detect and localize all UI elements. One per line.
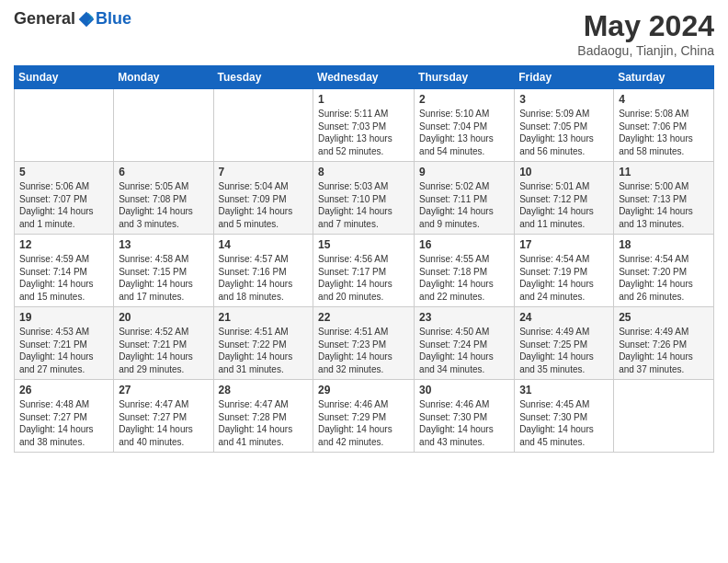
calendar-cell xyxy=(213,89,313,162)
day-number: 21 xyxy=(219,311,309,324)
day-info: Sunrise: 5:05 AM Sunset: 7:08 PM Dayligh… xyxy=(119,180,208,230)
day-info: Sunrise: 4:57 AM Sunset: 7:16 PM Dayligh… xyxy=(219,253,309,303)
calendar-cell xyxy=(15,89,114,162)
calendar-cell: 20Sunrise: 4:52 AM Sunset: 7:21 PM Dayli… xyxy=(114,307,213,380)
day-info: Sunrise: 5:00 AM Sunset: 7:13 PM Dayligh… xyxy=(619,180,709,230)
day-number: 23 xyxy=(419,311,509,324)
calendar-header-wednesday: Wednesday xyxy=(313,66,415,89)
calendar-cell: 4Sunrise: 5:08 AM Sunset: 7:06 PM Daylig… xyxy=(614,89,714,162)
day-info: Sunrise: 5:09 AM Sunset: 7:05 PM Dayligh… xyxy=(519,108,609,157)
day-info: Sunrise: 4:51 AM Sunset: 7:22 PM Dayligh… xyxy=(219,326,309,375)
title-section: May 2024 Badaogu, Tianjin, China xyxy=(577,9,714,58)
calendar-week-1: 1Sunrise: 5:11 AM Sunset: 7:03 PM Daylig… xyxy=(15,89,714,162)
day-info: Sunrise: 4:54 AM Sunset: 7:19 PM Dayligh… xyxy=(519,253,609,303)
page: General Blue May 2024 Badaogu, Tianjin, … xyxy=(0,0,728,563)
calendar-cell: 1Sunrise: 5:11 AM Sunset: 7:03 PM Daylig… xyxy=(313,89,415,162)
day-info: Sunrise: 4:56 AM Sunset: 7:17 PM Dayligh… xyxy=(318,253,409,303)
calendar-cell: 28Sunrise: 4:47 AM Sunset: 7:28 PM Dayli… xyxy=(213,380,313,453)
day-info: Sunrise: 4:48 AM Sunset: 7:27 PM Dayligh… xyxy=(19,398,108,448)
calendar-cell: 24Sunrise: 4:49 AM Sunset: 7:25 PM Dayli… xyxy=(515,307,614,380)
day-info: Sunrise: 5:08 AM Sunset: 7:06 PM Dayligh… xyxy=(619,108,709,157)
calendar: SundayMondayTuesdayWednesdayThursdayFrid… xyxy=(14,65,714,453)
calendar-cell: 3Sunrise: 5:09 AM Sunset: 7:05 PM Daylig… xyxy=(515,89,614,162)
calendar-cell: 17Sunrise: 4:54 AM Sunset: 7:19 PM Dayli… xyxy=(515,235,614,307)
day-number: 2 xyxy=(419,93,509,106)
calendar-header-sunday: Sunday xyxy=(15,66,114,89)
day-info: Sunrise: 5:06 AM Sunset: 7:07 PM Dayligh… xyxy=(19,180,108,230)
day-number: 4 xyxy=(619,93,709,106)
day-info: Sunrise: 5:03 AM Sunset: 7:10 PM Dayligh… xyxy=(318,180,409,230)
day-number: 17 xyxy=(519,238,609,251)
day-number: 20 xyxy=(119,311,208,324)
calendar-week-4: 19Sunrise: 4:53 AM Sunset: 7:21 PM Dayli… xyxy=(15,307,714,380)
day-number: 9 xyxy=(419,166,509,178)
day-number: 19 xyxy=(19,311,108,324)
day-number: 29 xyxy=(318,384,409,396)
calendar-week-3: 12Sunrise: 4:59 AM Sunset: 7:14 PM Dayli… xyxy=(15,235,714,307)
day-info: Sunrise: 4:46 AM Sunset: 7:29 PM Dayligh… xyxy=(318,398,409,448)
day-number: 6 xyxy=(119,166,208,178)
day-info: Sunrise: 4:59 AM Sunset: 7:14 PM Dayligh… xyxy=(19,253,108,303)
day-number: 11 xyxy=(619,166,709,178)
calendar-cell xyxy=(614,380,714,453)
day-number: 5 xyxy=(19,166,108,178)
calendar-cell: 18Sunrise: 4:54 AM Sunset: 7:20 PM Dayli… xyxy=(614,235,714,307)
day-info: Sunrise: 4:45 AM Sunset: 7:30 PM Dayligh… xyxy=(519,398,609,448)
logo-blue-text: Blue xyxy=(96,9,131,29)
day-number: 18 xyxy=(619,238,709,251)
calendar-cell: 22Sunrise: 4:51 AM Sunset: 7:23 PM Dayli… xyxy=(313,307,415,380)
calendar-cell: 26Sunrise: 4:48 AM Sunset: 7:27 PM Dayli… xyxy=(15,380,114,453)
day-info: Sunrise: 5:11 AM Sunset: 7:03 PM Dayligh… xyxy=(318,108,409,157)
day-info: Sunrise: 5:01 AM Sunset: 7:12 PM Dayligh… xyxy=(519,180,609,230)
day-number: 14 xyxy=(219,238,309,251)
day-info: Sunrise: 4:53 AM Sunset: 7:21 PM Dayligh… xyxy=(19,326,108,375)
calendar-cell xyxy=(114,89,213,162)
day-info: Sunrise: 4:51 AM Sunset: 7:23 PM Dayligh… xyxy=(318,326,409,375)
logo-general-text: General xyxy=(14,9,75,29)
logo: General Blue xyxy=(14,9,131,29)
day-number: 3 xyxy=(519,93,609,106)
calendar-cell: 8Sunrise: 5:03 AM Sunset: 7:10 PM Daylig… xyxy=(313,162,415,235)
day-info: Sunrise: 4:54 AM Sunset: 7:20 PM Dayligh… xyxy=(619,253,709,303)
calendar-cell: 29Sunrise: 4:46 AM Sunset: 7:29 PM Dayli… xyxy=(313,380,415,453)
day-info: Sunrise: 5:10 AM Sunset: 7:04 PM Dayligh… xyxy=(419,108,509,157)
day-number: 15 xyxy=(318,238,409,251)
day-info: Sunrise: 4:49 AM Sunset: 7:25 PM Dayligh… xyxy=(519,326,609,375)
day-number: 10 xyxy=(519,166,609,178)
location: Badaogu, Tianjin, China xyxy=(577,43,714,58)
calendar-cell: 5Sunrise: 5:06 AM Sunset: 7:07 PM Daylig… xyxy=(15,162,114,235)
calendar-cell: 9Sunrise: 5:02 AM Sunset: 7:11 PM Daylig… xyxy=(415,162,515,235)
day-number: 12 xyxy=(19,238,108,251)
calendar-cell: 6Sunrise: 5:05 AM Sunset: 7:08 PM Daylig… xyxy=(114,162,213,235)
calendar-cell: 30Sunrise: 4:46 AM Sunset: 7:30 PM Dayli… xyxy=(415,380,515,453)
day-number: 30 xyxy=(419,384,509,396)
calendar-cell: 16Sunrise: 4:55 AM Sunset: 7:18 PM Dayli… xyxy=(415,235,515,307)
day-number: 28 xyxy=(219,384,309,396)
calendar-header-tuesday: Tuesday xyxy=(213,66,313,89)
calendar-cell: 10Sunrise: 5:01 AM Sunset: 7:12 PM Dayli… xyxy=(515,162,614,235)
day-info: Sunrise: 4:46 AM Sunset: 7:30 PM Dayligh… xyxy=(419,398,509,448)
day-number: 25 xyxy=(619,311,709,324)
day-info: Sunrise: 4:47 AM Sunset: 7:28 PM Dayligh… xyxy=(219,398,309,448)
calendar-cell: 21Sunrise: 4:51 AM Sunset: 7:22 PM Dayli… xyxy=(213,307,313,380)
day-info: Sunrise: 5:02 AM Sunset: 7:11 PM Dayligh… xyxy=(419,180,509,230)
day-number: 1 xyxy=(318,93,409,106)
day-info: Sunrise: 4:47 AM Sunset: 7:27 PM Dayligh… xyxy=(119,398,208,448)
day-info: Sunrise: 4:50 AM Sunset: 7:24 PM Dayligh… xyxy=(419,326,509,375)
calendar-cell: 27Sunrise: 4:47 AM Sunset: 7:27 PM Dayli… xyxy=(114,380,213,453)
day-number: 16 xyxy=(419,238,509,251)
calendar-cell: 7Sunrise: 5:04 AM Sunset: 7:09 PM Daylig… xyxy=(213,162,313,235)
day-number: 31 xyxy=(519,384,609,396)
calendar-week-5: 26Sunrise: 4:48 AM Sunset: 7:27 PM Dayli… xyxy=(15,380,714,453)
day-number: 13 xyxy=(119,238,208,251)
day-number: 8 xyxy=(318,166,409,178)
day-number: 22 xyxy=(318,311,409,324)
calendar-header-monday: Monday xyxy=(114,66,213,89)
calendar-cell: 19Sunrise: 4:53 AM Sunset: 7:21 PM Dayli… xyxy=(15,307,114,380)
day-info: Sunrise: 4:49 AM Sunset: 7:26 PM Dayligh… xyxy=(619,326,709,375)
calendar-week-2: 5Sunrise: 5:06 AM Sunset: 7:07 PM Daylig… xyxy=(15,162,714,235)
calendar-cell: 11Sunrise: 5:00 AM Sunset: 7:13 PM Dayli… xyxy=(614,162,714,235)
calendar-cell: 15Sunrise: 4:56 AM Sunset: 7:17 PM Dayli… xyxy=(313,235,415,307)
day-info: Sunrise: 5:04 AM Sunset: 7:09 PM Dayligh… xyxy=(219,180,309,230)
calendar-cell: 2Sunrise: 5:10 AM Sunset: 7:04 PM Daylig… xyxy=(415,89,515,162)
